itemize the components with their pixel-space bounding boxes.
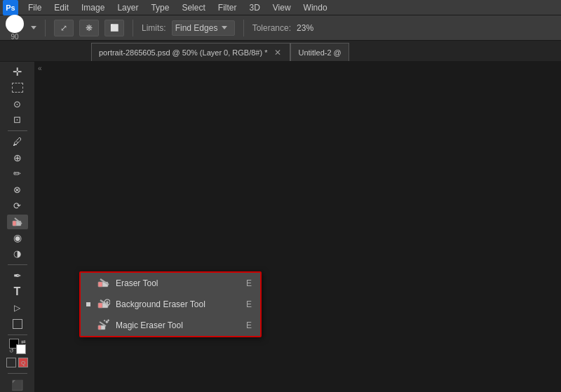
limits-label: Limits: <box>142 23 166 33</box>
reset-colors-icon: ↺ <box>9 348 14 354</box>
mode-btn[interactable]: Q <box>6 356 29 370</box>
dodge-icon: ◑ <box>13 248 21 259</box>
bg-eraser-tool-label: Background Eraser Tool <box>116 299 205 309</box>
path-tool-btn[interactable]: ▷ <box>7 300 28 315</box>
magic-eraser-tool-menu-item[interactable]: ✦ ✦ ✦ Magic Eraser Tool E <box>81 315 260 336</box>
brush-tool-btn[interactable]: ✏ <box>7 166 28 181</box>
ps-logo: Ps <box>3 0 18 15</box>
magic-eraser-tool-label: Magic Eraser Tool <box>116 320 183 330</box>
tolerance-label: Tolerance: <box>252 23 291 33</box>
options-bar: 90 ⤢ ❋ ⬜ Limits: Find Edges Tolerance: 2… <box>0 15 561 41</box>
shape-icon <box>13 319 22 329</box>
background-eraser-tool-menu-item[interactable]: Background Eraser Tool E <box>81 294 260 315</box>
swap-colors-icon: ⇄ <box>21 339 26 345</box>
tab-portrait-label: portrait-2865605.psd @ 50% (Layer 0, RGB… <box>99 48 267 57</box>
scroll-indicator: « <box>38 65 42 72</box>
limits-dropdown[interactable]: Find Edges <box>172 20 235 36</box>
menu-3d[interactable]: 3D <box>243 1 265 14</box>
options-separator-2 <box>133 20 133 36</box>
menu-image[interactable]: Image <box>76 1 110 14</box>
bg-eraser-tool-shortcut: E <box>246 299 252 309</box>
svg-rect-7 <box>98 303 102 308</box>
type-tool-btn[interactable]: T <box>7 285 28 299</box>
tab-portrait[interactable]: portrait-2865605.psd @ 50% (Layer 0, RGB… <box>91 43 290 61</box>
menu-type[interactable]: Type <box>145 1 175 14</box>
eraser-menu-icon <box>97 277 110 290</box>
brush-size-value: 90 <box>11 33 18 41</box>
menu-window[interactable]: Windo <box>298 1 333 14</box>
mode-icons: Q <box>6 358 28 367</box>
svg-text:✦: ✦ <box>103 319 106 323</box>
path-icon: ▷ <box>14 303 20 313</box>
background-color <box>16 344 26 354</box>
screen-mode-icon: ⬛ <box>11 379 23 391</box>
dodge-tool-btn[interactable]: ◑ <box>7 246 28 261</box>
toolbar-sep-3 <box>8 334 27 335</box>
brush-options-btn-3[interactable]: ⬜ <box>104 20 124 36</box>
menu-select[interactable]: Select <box>176 1 210 14</box>
brush-options-btn-1[interactable]: ⤢ <box>54 20 74 36</box>
tab-bar: portrait-2865605.psd @ 50% (Layer 0, RGB… <box>0 41 561 62</box>
menu-layer[interactable]: Layer <box>111 1 144 14</box>
eyedrop-tool-btn[interactable]: 🖊 <box>7 135 28 149</box>
history-tool-btn[interactable]: ⟳ <box>7 198 28 213</box>
normal-mode-icon <box>6 358 16 367</box>
menu-filter[interactable]: Filter <box>212 1 243 14</box>
menu-file[interactable]: File <box>22 1 47 14</box>
eraser-tool-btn[interactable] <box>7 215 28 229</box>
blur-icon: ◉ <box>13 232 22 243</box>
tab-untitled[interactable]: Untitled-2 @ <box>290 43 349 61</box>
clone-icon: ⊗ <box>13 184 21 195</box>
eraser-tool-label: Eraser Tool <box>116 278 158 288</box>
tolerance-value: 23% <box>297 23 313 33</box>
eraser-icon <box>11 215 24 228</box>
pen-tool-btn[interactable]: ✒ <box>7 269 28 283</box>
bg-eraser-active-dot <box>86 302 90 306</box>
lasso-tool-btn[interactable] <box>7 97 28 111</box>
toolbar-sep-2 <box>8 264 27 265</box>
svg-rect-4 <box>98 282 102 287</box>
tab-untitled-label: Untitled-2 @ <box>298 48 341 57</box>
shape-tool-btn[interactable] <box>7 316 28 331</box>
select-tool-btn[interactable] <box>7 81 28 95</box>
brush-preview[interactable] <box>6 15 24 33</box>
magic-eraser-tool-shortcut: E <box>246 320 252 330</box>
eraser-active-dot <box>86 281 90 285</box>
crop-icon: ⊡ <box>13 114 21 125</box>
heal-icon: ⊕ <box>13 152 22 163</box>
options-separator-1 <box>45 20 46 36</box>
magic-eraser-active-dot <box>86 323 90 327</box>
history-icon: ⟳ <box>13 201 21 211</box>
fg-bg-color-btn[interactable]: ⇄ ↺ <box>6 339 29 354</box>
canvas-area: « Eraser Tool E <box>35 62 561 392</box>
screen-mode-btn[interactable]: ⬛ <box>7 377 28 392</box>
clone-tool-btn[interactable]: ⊗ <box>7 182 28 197</box>
brush-dropdown-icon[interactable] <box>31 26 36 29</box>
menu-bar: Ps File Edit Image Layer Type Select Fil… <box>0 0 561 15</box>
blur-tool-btn[interactable]: ◉ <box>7 231 28 245</box>
eraser-tool-menu-item[interactable]: Eraser Tool E <box>81 273 260 294</box>
menu-view[interactable]: View <box>267 1 297 14</box>
toolbar-sep-4 <box>8 373 27 374</box>
menu-edit[interactable]: Edit <box>48 1 74 14</box>
eyedrop-icon: 🖊 <box>13 136 22 147</box>
bg-eraser-menu-icon <box>97 298 110 311</box>
tab-portrait-close[interactable]: ✕ <box>273 48 283 58</box>
eraser-tool-shortcut: E <box>246 278 252 288</box>
fg-bg-icon: ⇄ ↺ <box>9 339 26 354</box>
lasso-icon <box>13 97 21 110</box>
svg-text:✦: ✦ <box>107 319 110 323</box>
heal-tool-btn[interactable]: ⊕ <box>7 151 28 165</box>
move-tool-btn[interactable] <box>7 65 28 79</box>
crop-tool-btn[interactable]: ⊡ <box>7 112 28 127</box>
svg-rect-13 <box>98 325 101 330</box>
options-separator-3 <box>243 20 244 36</box>
move-icon <box>13 65 22 79</box>
brush-size-control[interactable]: 90 <box>6 15 24 41</box>
main-area: ⊡ 🖊 ⊕ ✏ ⊗ ⟳ ◉ ◑ <box>0 62 561 392</box>
magic-eraser-menu-icon: ✦ ✦ ✦ <box>97 319 110 332</box>
pen-icon: ✒ <box>13 270 22 281</box>
left-toolbar: ⊡ 🖊 ⊕ ✏ ⊗ ⟳ ◉ ◑ <box>0 62 35 392</box>
quick-mask-icon: Q <box>18 358 28 367</box>
brush-options-btn-2[interactable]: ❋ <box>79 20 99 36</box>
